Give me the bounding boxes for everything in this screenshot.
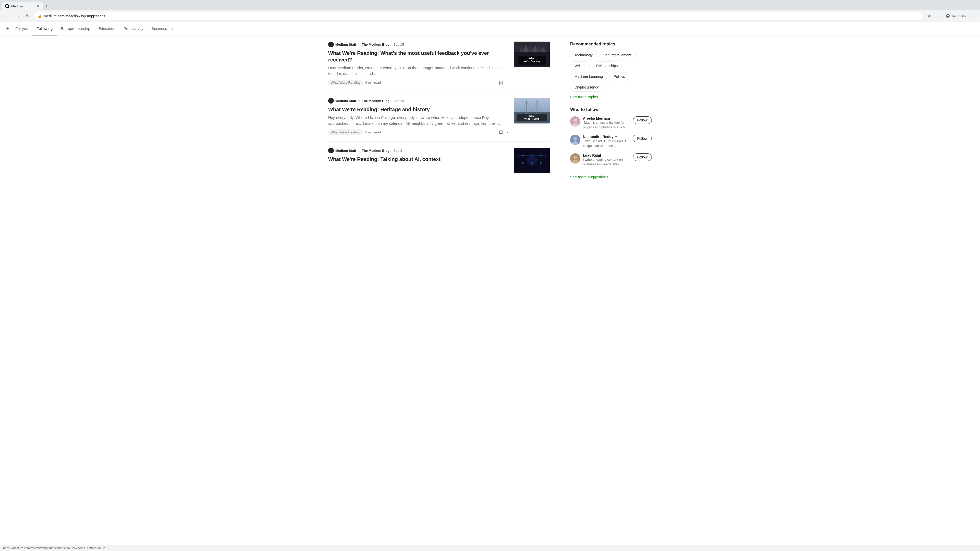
svg-text:We're Reading: We're Reading — [524, 60, 540, 62]
article-title[interactable]: What We're Reading: What's the most usef… — [328, 50, 510, 63]
footer-actions: ⋯ — [499, 130, 510, 135]
publication-name[interactable]: The Medium Blog — [362, 149, 390, 152]
article-card: Medium Staff in The Medium Blog · Sep 8 … — [328, 141, 550, 179]
topic-chip-machine-learning[interactable]: Machine Learning — [570, 72, 607, 81]
publication-name[interactable]: The Medium Blog — [362, 99, 390, 103]
in-separator: in — [358, 99, 360, 103]
who-to-follow-title: Who to follow — [570, 107, 652, 112]
publication-name[interactable]: The Medium Blog — [362, 43, 390, 46]
status-bar: https://medium.com/me/following/suggesti… — [0, 545, 980, 551]
menu-button[interactable]: ⋮ — [969, 12, 977, 20]
incognito-button[interactable]: Incognito — [943, 13, 968, 20]
read-time: 5 min read — [365, 130, 381, 134]
follow-info-neeramitra: Neeramitra Reddy ✦ Truth-Seeker ✦ 8M+ Vi… — [583, 135, 630, 148]
follow-name-areeba: Areeba Merriam — [583, 116, 630, 121]
author-avatar — [328, 148, 334, 153]
add-topic-button[interactable]: + — [4, 25, 11, 32]
more-options-button[interactable]: ⋯ — [505, 80, 510, 86]
topic-chip-self-improvement[interactable]: Self Improvement — [599, 51, 636, 59]
svg-point-34 — [522, 155, 524, 156]
articles-column: Medium Staff in The Medium Blog · Sep 15… — [328, 41, 550, 187]
author-avatar — [328, 41, 334, 47]
article-meta: Medium Staff in The Medium Blog · Sep 8 — [328, 148, 510, 153]
save-button[interactable] — [499, 80, 503, 85]
author-name[interactable]: Medium Staff — [335, 99, 356, 103]
svg-point-40 — [527, 156, 537, 165]
author-avatar — [328, 98, 334, 103]
nav-bar: + For you Following Entrepreneurship Edu… — [0, 22, 980, 35]
topic-chip-politics[interactable]: Politics — [609, 72, 629, 81]
in-separator: in — [358, 149, 360, 152]
toolbar-icons: ★ ◻ Incognito ⋮ — [925, 12, 977, 20]
follow-button-neeramitra[interactable]: Follow — [633, 135, 652, 142]
follow-card-neeramitra: Neeramitra Reddy ✦ Truth-Seeker ✦ 8M+ Vi… — [570, 135, 652, 148]
follow-button-areeba[interactable]: Follow — [633, 116, 652, 124]
nav-item-entrepreneurship[interactable]: Entrepreneurship — [57, 22, 94, 35]
follow-button-luay[interactable]: Follow — [633, 153, 652, 161]
address-bar[interactable]: 🔒 medium.com/me/following/suggestions — [34, 12, 923, 21]
svg-point-0 — [947, 16, 948, 17]
incognito-label: Incognito — [952, 14, 966, 18]
article-footer: What Were Reading 4 min read ⋯ — [328, 79, 510, 86]
topic-chip-cryptocurrency[interactable]: Cryptocurrency — [570, 83, 603, 92]
article-image[interactable] — [514, 148, 550, 173]
article-tag[interactable]: What Were Reading — [328, 79, 363, 86]
new-tab-button[interactable]: + — [43, 2, 50, 10]
tab-close-button[interactable]: ✕ — [37, 4, 40, 9]
verified-badge: ✦ — [614, 135, 617, 139]
follow-bio-areeba: "Math is an essential tool for physics a… — [583, 121, 630, 130]
article-footer: What Were Reading 5 min read ⋯ — [328, 129, 510, 135]
article-image[interactable]: What We're Reading — [514, 98, 550, 124]
author-name[interactable]: Medium Staff — [335, 43, 356, 46]
svg-point-1 — [948, 16, 949, 17]
save-button[interactable] — [499, 130, 503, 135]
reload-button[interactable]: ↻ — [24, 12, 32, 20]
nav-item-productivity[interactable]: Productivity — [119, 22, 148, 35]
article-excerpt: Hey everybody, Where I live in Chicago, … — [328, 115, 510, 126]
article-image-svg: What We're Reading — [514, 41, 550, 67]
areeba-avatar-svg — [570, 116, 580, 127]
follow-info-luay: Luay Rahil I write engaging content on b… — [583, 153, 630, 167]
incognito-icon — [945, 14, 951, 19]
forward-button[interactable]: → — [13, 12, 21, 20]
article-body: Medium Staff in The Medium Blog · Sep 8 … — [328, 148, 510, 173]
topic-chip-writing[interactable]: Writing — [570, 62, 590, 70]
nav-item-following[interactable]: Following — [32, 22, 57, 35]
svg-point-39 — [540, 162, 542, 164]
topic-chip-technology[interactable]: Technology — [570, 51, 597, 59]
see-more-topics-link[interactable]: See more topics — [570, 95, 598, 99]
follow-avatar-areeba — [570, 116, 580, 127]
article-image[interactable]: What We're Reading — [514, 41, 550, 67]
follow-card-luay: Luay Rahil I write engaging content on b… — [570, 153, 652, 167]
svg-text:We're Reading: We're Reading — [525, 118, 539, 120]
article-title[interactable]: What We're Reading: Heritage and history — [328, 106, 510, 113]
article-meta: Medium Staff in The Medium Blog · Sep 15 — [328, 41, 510, 47]
article-title[interactable]: What We're Reading: Talking about AI, co… — [328, 156, 510, 162]
back-button[interactable]: ← — [3, 12, 11, 20]
topic-chip-relationships[interactable]: Relationships — [592, 62, 622, 70]
active-tab[interactable]: Medium ✕ — [2, 2, 43, 10]
author-name[interactable]: Medium Staff — [335, 149, 356, 152]
sidebar: Recommended topics Technology Self Impro… — [570, 41, 652, 187]
follow-name-neeramitra: Neeramitra Reddy ✦ — [583, 135, 630, 139]
nav-chevron-right[interactable]: › — [171, 25, 174, 32]
browser-chrome: Medium ✕ + ← → ↻ 🔒 medium.com/me/followi… — [0, 0, 980, 22]
more-options-button[interactable]: ⋯ — [505, 130, 510, 135]
footer-actions: ⋯ — [499, 80, 510, 86]
see-more-suggestions-link[interactable]: See more suggestions — [570, 175, 608, 179]
nav-item-education[interactable]: Education — [94, 22, 119, 35]
extensions-button[interactable]: ◻ — [934, 12, 942, 20]
luay-avatar-svg — [570, 153, 580, 164]
nav-item-for-you[interactable]: For you — [11, 22, 32, 35]
svg-point-48 — [573, 156, 577, 159]
browser-toolbar: ← → ↻ 🔒 medium.com/me/following/suggesti… — [0, 10, 980, 22]
bookmark-button[interactable]: ★ — [925, 12, 933, 20]
nav-item-business[interactable]: Business — [148, 22, 171, 35]
svg-text:What: What — [529, 57, 535, 59]
article-body: Medium Staff in The Medium Blog · Sep 15… — [328, 98, 510, 135]
article-body: Medium Staff in The Medium Blog · Sep 15… — [328, 41, 510, 86]
article-tag[interactable]: What Were Reading — [328, 129, 363, 135]
follow-avatar-neeramitra — [570, 135, 580, 145]
status-url: https://medium.com/me/following/suggesti… — [3, 546, 108, 550]
tab-favicon — [5, 4, 9, 8]
